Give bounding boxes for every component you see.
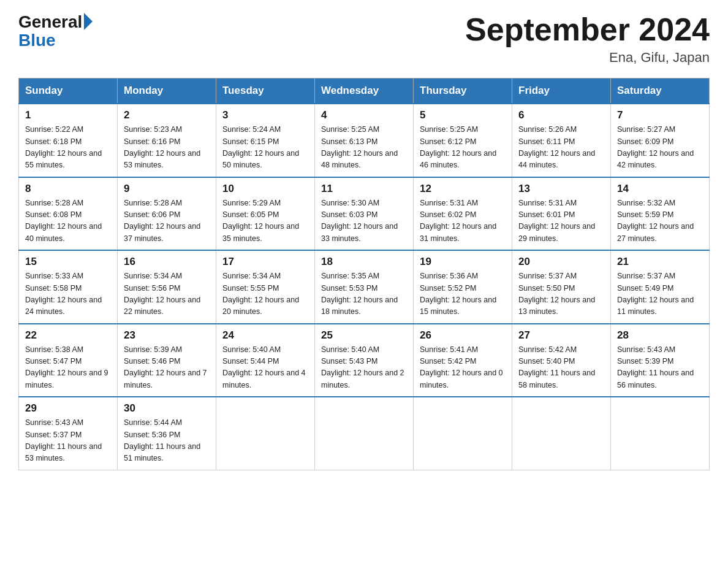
day-info: Sunrise: 5:28 AMSunset: 6:06 PMDaylight:… (124, 197, 210, 245)
day-number: 14 (617, 183, 703, 195)
day-number: 12 (420, 183, 506, 195)
day-info: Sunrise: 5:38 AMSunset: 5:47 PMDaylight:… (25, 344, 111, 392)
day-number: 1 (25, 109, 111, 121)
logo-triangle-icon (84, 13, 93, 30)
day-number: 15 (25, 256, 111, 268)
day-info: Sunrise: 5:26 AMSunset: 6:11 PMDaylight:… (518, 124, 604, 172)
logo-blue: Blue (18, 32, 93, 49)
day-info: Sunrise: 5:33 AMSunset: 5:58 PMDaylight:… (25, 270, 111, 318)
week-row-5: 29Sunrise: 5:43 AMSunset: 5:37 PMDayligh… (19, 397, 710, 470)
day-number: 13 (518, 183, 604, 195)
calendar-cell: 3Sunrise: 5:24 AMSunset: 6:15 PMDaylight… (216, 104, 315, 177)
calendar-cell: 22Sunrise: 5:38 AMSunset: 5:47 PMDayligh… (19, 324, 118, 397)
calendar-cell: 20Sunrise: 5:37 AMSunset: 5:50 PMDayligh… (512, 250, 611, 324)
day-number: 19 (420, 256, 506, 268)
calendar-cell: 26Sunrise: 5:41 AMSunset: 5:42 PMDayligh… (414, 324, 512, 397)
calendar-cell: 29Sunrise: 5:43 AMSunset: 5:37 PMDayligh… (19, 397, 118, 470)
day-number: 24 (222, 329, 308, 342)
day-number: 20 (518, 256, 604, 268)
day-info: Sunrise: 5:42 AMSunset: 5:40 PMDaylight:… (518, 344, 604, 392)
week-row-4: 22Sunrise: 5:38 AMSunset: 5:47 PMDayligh… (19, 324, 710, 397)
calendar-cell: 13Sunrise: 5:31 AMSunset: 6:01 PMDayligh… (512, 177, 611, 251)
day-number: 16 (124, 256, 210, 268)
calendar-cell: 14Sunrise: 5:32 AMSunset: 5:59 PMDayligh… (611, 177, 710, 251)
calendar-cell: 19Sunrise: 5:36 AMSunset: 5:52 PMDayligh… (414, 250, 512, 324)
weekday-header-wednesday: Wednesday (315, 79, 414, 104)
title-area: September 2024 Ena, Gifu, Japan (465, 12, 710, 66)
day-number: 18 (321, 256, 407, 268)
day-number: 29 (25, 402, 111, 415)
calendar-cell: 24Sunrise: 5:40 AMSunset: 5:44 PMDayligh… (216, 324, 315, 397)
day-info: Sunrise: 5:41 AMSunset: 5:42 PMDaylight:… (420, 344, 506, 392)
day-info: Sunrise: 5:32 AMSunset: 5:59 PMDaylight:… (617, 197, 703, 245)
day-info: Sunrise: 5:23 AMSunset: 6:16 PMDaylight:… (124, 124, 210, 172)
day-info: Sunrise: 5:25 AMSunset: 6:13 PMDaylight:… (321, 124, 407, 172)
calendar-cell (611, 397, 710, 470)
weekday-header-row: SundayMondayTuesdayWednesdayThursdayFrid… (19, 79, 710, 104)
calendar-cell: 2Sunrise: 5:23 AMSunset: 6:16 PMDaylight… (118, 104, 216, 177)
logo-general: General (18, 12, 82, 32)
weekday-header-saturday: Saturday (611, 79, 710, 104)
day-info: Sunrise: 5:27 AMSunset: 6:09 PMDaylight:… (617, 124, 703, 172)
day-number: 11 (321, 183, 407, 195)
calendar-cell (315, 397, 414, 470)
calendar-cell: 30Sunrise: 5:44 AMSunset: 5:36 PMDayligh… (118, 397, 216, 470)
calendar-cell: 15Sunrise: 5:33 AMSunset: 5:58 PMDayligh… (19, 250, 118, 324)
day-info: Sunrise: 5:36 AMSunset: 5:52 PMDaylight:… (420, 270, 506, 318)
week-row-3: 15Sunrise: 5:33 AMSunset: 5:58 PMDayligh… (19, 250, 710, 324)
day-number: 3 (222, 109, 308, 121)
calendar-cell: 18Sunrise: 5:35 AMSunset: 5:53 PMDayligh… (315, 250, 414, 324)
week-row-1: 1Sunrise: 5:22 AMSunset: 6:18 PMDaylight… (19, 104, 710, 177)
calendar-cell: 17Sunrise: 5:34 AMSunset: 5:55 PMDayligh… (216, 250, 315, 324)
day-number: 21 (617, 256, 703, 268)
day-number: 9 (124, 183, 210, 195)
calendar-cell: 5Sunrise: 5:25 AMSunset: 6:12 PMDaylight… (414, 104, 512, 177)
calendar-cell: 1Sunrise: 5:22 AMSunset: 6:18 PMDaylight… (19, 104, 118, 177)
calendar-cell: 12Sunrise: 5:31 AMSunset: 6:02 PMDayligh… (414, 177, 512, 251)
calendar-cell: 27Sunrise: 5:42 AMSunset: 5:40 PMDayligh… (512, 324, 611, 397)
day-info: Sunrise: 5:28 AMSunset: 6:08 PMDaylight:… (25, 197, 111, 245)
calendar-cell: 10Sunrise: 5:29 AMSunset: 6:05 PMDayligh… (216, 177, 315, 251)
calendar-cell: 7Sunrise: 5:27 AMSunset: 6:09 PMDaylight… (611, 104, 710, 177)
calendar-cell: 11Sunrise: 5:30 AMSunset: 6:03 PMDayligh… (315, 177, 414, 251)
day-info: Sunrise: 5:37 AMSunset: 5:49 PMDaylight:… (617, 270, 703, 318)
day-number: 4 (321, 109, 407, 121)
week-row-2: 8Sunrise: 5:28 AMSunset: 6:08 PMDaylight… (19, 177, 710, 251)
calendar-cell: 23Sunrise: 5:39 AMSunset: 5:46 PMDayligh… (118, 324, 216, 397)
calendar-cell: 28Sunrise: 5:43 AMSunset: 5:39 PMDayligh… (611, 324, 710, 397)
calendar-cell: 16Sunrise: 5:34 AMSunset: 5:56 PMDayligh… (118, 250, 216, 324)
day-info: Sunrise: 5:31 AMSunset: 6:02 PMDaylight:… (420, 197, 506, 245)
day-info: Sunrise: 5:25 AMSunset: 6:12 PMDaylight:… (420, 124, 506, 172)
weekday-header-sunday: Sunday (19, 79, 118, 104)
day-info: Sunrise: 5:34 AMSunset: 5:56 PMDaylight:… (124, 270, 210, 318)
day-number: 17 (222, 256, 308, 268)
calendar-cell: 25Sunrise: 5:40 AMSunset: 5:43 PMDayligh… (315, 324, 414, 397)
day-info: Sunrise: 5:31 AMSunset: 6:01 PMDaylight:… (518, 197, 604, 245)
day-info: Sunrise: 5:43 AMSunset: 5:39 PMDaylight:… (617, 344, 703, 392)
day-info: Sunrise: 5:22 AMSunset: 6:18 PMDaylight:… (25, 124, 111, 172)
calendar-cell: 4Sunrise: 5:25 AMSunset: 6:13 PMDaylight… (315, 104, 414, 177)
weekday-header-thursday: Thursday (414, 79, 512, 104)
day-number: 26 (420, 329, 506, 342)
calendar-cell: 8Sunrise: 5:28 AMSunset: 6:08 PMDaylight… (19, 177, 118, 251)
calendar-cell (512, 397, 611, 470)
calendar-cell: 9Sunrise: 5:28 AMSunset: 6:06 PMDaylight… (118, 177, 216, 251)
calendar-cell: 21Sunrise: 5:37 AMSunset: 5:49 PMDayligh… (611, 250, 710, 324)
day-info: Sunrise: 5:29 AMSunset: 6:05 PMDaylight:… (222, 197, 308, 245)
page-header: General Blue September 2024 Ena, Gifu, J… (18, 12, 710, 66)
calendar-table: SundayMondayTuesdayWednesdayThursdayFrid… (18, 78, 710, 470)
day-info: Sunrise: 5:37 AMSunset: 5:50 PMDaylight:… (518, 270, 604, 318)
day-number: 2 (124, 109, 210, 121)
day-number: 8 (25, 183, 111, 195)
month-title: September 2024 (465, 12, 710, 47)
day-number: 6 (518, 109, 604, 121)
weekday-header-friday: Friday (512, 79, 611, 104)
day-number: 27 (518, 329, 604, 342)
day-number: 5 (420, 109, 506, 121)
calendar-cell: 6Sunrise: 5:26 AMSunset: 6:11 PMDaylight… (512, 104, 611, 177)
day-info: Sunrise: 5:39 AMSunset: 5:46 PMDaylight:… (124, 344, 210, 392)
day-number: 10 (222, 183, 308, 195)
day-info: Sunrise: 5:30 AMSunset: 6:03 PMDaylight:… (321, 197, 407, 245)
calendar-cell (216, 397, 315, 470)
day-number: 28 (617, 329, 703, 342)
